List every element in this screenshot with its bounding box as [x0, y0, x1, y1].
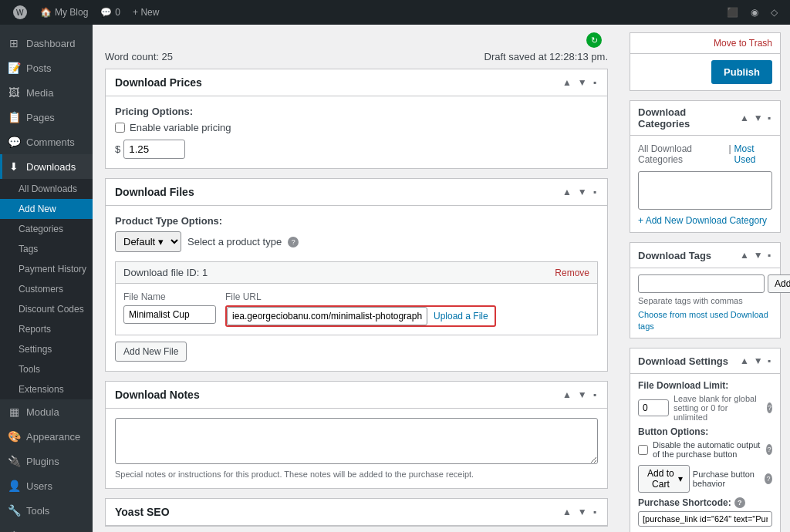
download-prices-body: Pricing Options: Enable variable pricing… — [106, 96, 607, 168]
tag-add-button[interactable]: Add — [768, 274, 790, 293]
sidebar-item-pages[interactable]: 📋 Pages — [0, 105, 93, 130]
yoast-seo-header[interactable]: Yoast SEO ▲ ▼ ▪ — [106, 499, 607, 526]
button-options-label: Button Options: — [638, 426, 772, 437]
add-new-file-button[interactable]: Add New File — [115, 342, 187, 362]
download-files-title: Download Files — [115, 186, 194, 198]
sidebar-item-downloads[interactable]: ⬇ Downloads — [0, 154, 93, 179]
tags-controls: ▲ ▼ ▪ — [738, 248, 772, 262]
notes-collapse-down[interactable]: ▼ — [576, 388, 589, 402]
file-url-field: File URL Upload a File — [225, 291, 496, 327]
download-tags-body: Add Separate tags with commas Choose fro… — [630, 268, 780, 338]
choose-tags-link[interactable]: Choose from most used Download tags — [638, 310, 768, 331]
file-url-input[interactable] — [227, 307, 427, 325]
download-files-header[interactable]: Download Files ▲ ▼ ▪ — [106, 179, 607, 206]
shortcode-input[interactable] — [638, 511, 772, 527]
yoast-toggle[interactable]: ▪ — [592, 505, 598, 519]
sidebar-item-settings-dl[interactable]: Settings — [0, 339, 93, 359]
cat-collapse-down[interactable]: ▼ — [752, 111, 765, 125]
download-prices-header[interactable]: Download Prices ▲ ▼ ▪ — [106, 69, 607, 96]
add-new-category-link[interactable]: + Add New Download Category — [638, 215, 767, 226]
sidebar-item-users[interactable]: 👤 Users — [0, 473, 93, 498]
download-notes-header[interactable]: Download Notes ▲ ▼ ▪ — [106, 382, 607, 409]
tab-most-used[interactable]: Most Used — [734, 142, 772, 167]
sidebar-item-tools[interactable]: 🔧 Tools — [0, 498, 93, 523]
prices-collapse-down[interactable]: ▼ — [576, 76, 589, 89]
yoast-collapse-down[interactable]: ▼ — [576, 505, 589, 519]
move-to-trash-link[interactable]: Move to Trash — [714, 38, 772, 49]
sidebar-item-discount-codes[interactable]: Discount Codes — [0, 299, 93, 319]
my-blog-link[interactable]: 🏠 My Blog — [34, 0, 94, 25]
files-toggle[interactable]: ▪ — [592, 185, 598, 199]
tag-input[interactable] — [638, 274, 765, 293]
sidebar-item-add-new[interactable]: Add New — [0, 199, 93, 219]
cat-collapse-up[interactable]: ▲ — [738, 111, 751, 125]
sidebar-item-plugins[interactable]: 🔌 Plugins — [0, 449, 93, 473]
sidebar-item-comments[interactable]: 💬 Comments — [0, 130, 93, 154]
yoast-seo-controls: ▲ ▼ ▪ — [561, 505, 598, 519]
sidebar-item-tools-dl[interactable]: Tools — [0, 359, 93, 379]
tags-toggle[interactable]: ▪ — [766, 248, 772, 262]
dl-settings-collapse-down[interactable]: ▼ — [752, 354, 765, 368]
diamond-icon-bar[interactable]: ◇ — [765, 0, 784, 25]
disable-purchase-btn-checkbox[interactable] — [638, 445, 648, 455]
file-url-label: File URL — [225, 291, 496, 302]
download-categories-header[interactable]: Download Categories ▲ ▼ ▪ — [630, 101, 780, 136]
files-collapse-down[interactable]: ▼ — [576, 185, 589, 199]
download-settings-body: File Download Limit: Leave blank for glo… — [630, 374, 780, 532]
publish-button[interactable]: Publish — [711, 60, 772, 84]
cat-toggle[interactable]: ▪ — [766, 111, 772, 125]
sidebar-item-media[interactable]: 🖼 Media — [0, 80, 93, 105]
sidebar-item-all-downloads[interactable]: All Downloads — [0, 179, 93, 199]
tab-all-categories[interactable]: All Download Categories — [638, 142, 725, 167]
reports-label: Reports — [19, 324, 51, 335]
yoast-collapse-up[interactable]: ▲ — [561, 505, 573, 519]
dashboard-icon: ⊞ — [8, 37, 20, 49]
new-content-link[interactable]: + New — [127, 0, 165, 25]
prices-collapse-up[interactable]: ▲ — [561, 76, 573, 89]
product-type-help[interactable]: ? — [288, 237, 299, 247]
tags-collapse-down[interactable]: ▼ — [752, 248, 765, 262]
sidebar-item-dashboard[interactable]: ⊞ Dashboard — [0, 31, 93, 56]
remove-file-link[interactable]: Remove — [555, 268, 589, 278]
shortcode-help-icon[interactable]: ? — [734, 497, 745, 508]
sidebar-item-extensions[interactable]: Extensions — [0, 379, 93, 399]
sidebar-item-tags[interactable]: Tags — [0, 239, 93, 259]
product-type-select[interactable]: Default ▾ — [115, 231, 181, 252]
disable-help-icon[interactable]: ? — [766, 444, 772, 455]
tags-collapse-up[interactable]: ▲ — [738, 248, 751, 262]
sidebar-item-modula[interactable]: ▦ Modula — [0, 399, 93, 424]
sidebar-item-payment-history[interactable]: Payment History — [0, 259, 93, 279]
price-input[interactable] — [123, 140, 185, 159]
download-categories-body: All Download Categories | Most Used + Ad… — [630, 136, 780, 232]
category-list-box[interactable] — [638, 171, 772, 210]
sidebar-item-posts[interactable]: 📝 Posts — [0, 56, 93, 80]
sidebar-item-customers[interactable]: Customers — [0, 279, 93, 299]
download-settings-header[interactable]: Download Settings ▲ ▼ ▪ — [630, 348, 780, 374]
shortcode-label: Purchase Shortcode: ? — [638, 497, 772, 508]
notes-toggle[interactable]: ▪ — [592, 388, 598, 402]
limit-input[interactable] — [638, 399, 669, 416]
enable-variable-pricing-checkbox[interactable] — [115, 123, 125, 133]
files-collapse-up[interactable]: ▲ — [561, 185, 573, 199]
file-name-input[interactable] — [123, 305, 216, 324]
dl-settings-collapse-up[interactable]: ▲ — [738, 354, 751, 368]
settings-icon-bar[interactable]: ◉ — [744, 0, 765, 25]
upload-file-button[interactable]: Upload a File — [427, 308, 495, 325]
modula-icon-bar[interactable]: ⬛ — [721, 0, 744, 25]
prices-toggle[interactable]: ▪ — [592, 76, 598, 89]
sidebar-item-reports[interactable]: Reports — [0, 319, 93, 339]
download-settings-title: Download Settings — [638, 355, 728, 367]
notes-collapse-up[interactable]: ▲ — [561, 388, 573, 402]
sidebar-item-categories[interactable]: Categories — [0, 219, 93, 239]
comments-link[interactable]: 💬 0 — [94, 0, 127, 25]
add-to-cart-button[interactable]: Add to Cart ▾ — [638, 465, 690, 493]
dl-settings-toggle[interactable]: ▪ — [766, 354, 772, 368]
wp-logo[interactable]: W — [6, 0, 34, 25]
sidebar-item-appearance[interactable]: 🎨 Appearance — [0, 424, 93, 449]
comments-sidebar-icon: 💬 — [8, 136, 20, 148]
download-tags-header[interactable]: Download Tags ▲ ▼ ▪ — [630, 243, 780, 268]
limit-help-icon[interactable]: ? — [767, 402, 772, 413]
sidebar-item-settings[interactable]: ⚙ Settings — [0, 523, 93, 532]
behavior-help-icon[interactable]: ? — [765, 473, 772, 484]
download-notes-textarea[interactable] — [115, 418, 598, 464]
